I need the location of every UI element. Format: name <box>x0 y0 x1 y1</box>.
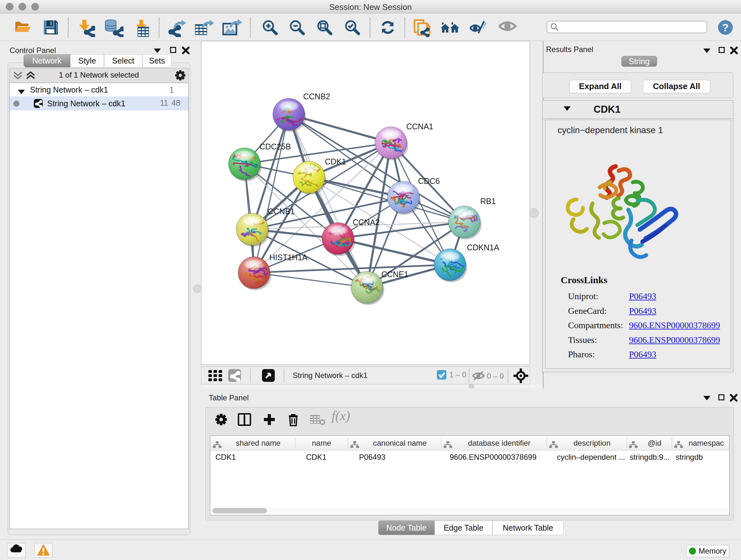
svg-text:CCNA2: CCNA2 <box>353 218 380 227</box>
svg-text:HIST1H1A: HIST1H1A <box>269 253 308 262</box>
svg-text:CCNE1: CCNE1 <box>381 270 408 279</box>
svg-text:CCNB2: CCNB2 <box>303 92 330 101</box>
svg-text:CDKN1A: CDKN1A <box>467 243 499 252</box>
svg-text:CCNA1: CCNA1 <box>406 122 433 131</box>
svg-text:CDC6: CDC6 <box>418 177 440 186</box>
svg-text:?: ? <box>722 21 729 34</box>
svg-text:CDK1: CDK1 <box>325 157 346 166</box>
svg-text:CDC25B: CDC25B <box>259 142 291 151</box>
svg-text:CCNB1: CCNB1 <box>268 207 295 216</box>
svg-text:RB1: RB1 <box>480 197 496 206</box>
